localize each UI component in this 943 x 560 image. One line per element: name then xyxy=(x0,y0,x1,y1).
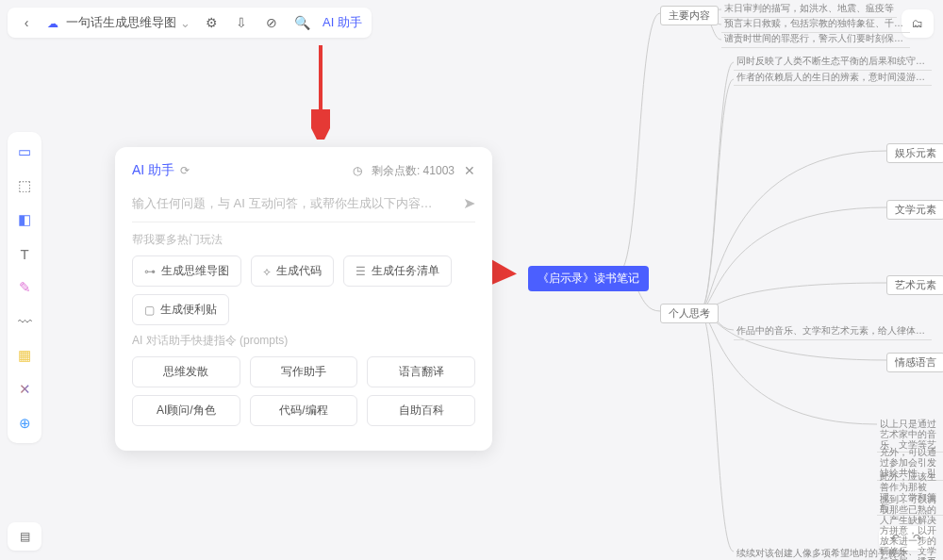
clock-icon: ◷ xyxy=(353,164,362,177)
top-toolbar: ‹ 一句话生成思维导图 ⌄ ⚙ ⇩ ⊘ 🔍 AI 助手 xyxy=(8,8,372,38)
chevron-down-icon: ⌄ xyxy=(180,16,190,30)
layers-button[interactable]: ▤ xyxy=(8,522,41,551)
node-cat-art[interactable]: 艺术元素 xyxy=(886,275,943,295)
doc-title: 一句话生成思维导图 xyxy=(66,14,176,31)
code-icon: ⟡ xyxy=(263,265,271,278)
annotation-arrow-down xyxy=(311,45,330,140)
tool-shape[interactable]: ◧ xyxy=(14,209,35,230)
chip-gen-mindmap[interactable]: ⊶ 生成思维导图 xyxy=(132,255,241,287)
leaf-s2-intro-1[interactable]: 作者的依赖后人的生日的辨素，意时间漫游生律仍俯能性依覆的纯是必须在读者被享 xyxy=(734,72,932,86)
list-icon: ☰ xyxy=(356,265,366,278)
prompts-section-label: AI 对话助手快捷指令 (prompts) xyxy=(132,333,475,349)
leaf-s2-detail[interactable]: 作品中的音乐、文学和艺术元素，给人律体既寂的情感随意 xyxy=(734,324,932,340)
cloud-icon xyxy=(47,16,62,30)
search-icon[interactable]: 🔍 xyxy=(292,13,311,32)
chip-translate[interactable]: 语言翻译 xyxy=(367,356,475,387)
credits-label: 剩余点数: 41003 xyxy=(372,163,455,179)
node-cat-entertainment[interactable]: 娱乐元素 xyxy=(886,143,943,163)
ai-panel-title: AI 助手 xyxy=(132,162,174,179)
tool-pen[interactable]: ✎ xyxy=(14,277,35,298)
back-icon[interactable]: ‹ xyxy=(17,13,36,32)
chip-wiki[interactable]: 自助百科 xyxy=(367,395,475,426)
node-personal-thoughts[interactable]: 个人思考 xyxy=(660,304,719,323)
left-toolbox: ▭ ⬚ ◧ T ✎ 〰 ▦ ✕ ⊕ xyxy=(8,132,41,443)
tool-text[interactable]: T xyxy=(14,243,35,264)
leaf-s1-2[interactable]: 谴责时世间的罪恶行，警示人们要时刻保持戒备的经历 xyxy=(721,32,910,48)
doc-title-dropdown[interactable]: 一句话生成思维导图 ⌄ xyxy=(47,14,190,31)
tool-branch[interactable]: ✕ xyxy=(14,379,35,400)
node-cat-literature[interactable]: 文学元素 xyxy=(886,200,943,220)
chip-diverge[interactable]: 思维发散 xyxy=(132,356,240,387)
tool-connector[interactable]: 〰 xyxy=(14,311,35,332)
chip-writing[interactable]: 写作助手 xyxy=(250,356,358,387)
settings-icon[interactable]: ⚙ xyxy=(202,13,221,32)
chip-gen-sticky[interactable]: ▢ 生成便利贴 xyxy=(132,294,229,325)
ai-assistant-panel: AI 助手 ⟳ ◷ 剩余点数: 41003 ✕ ➤ 帮我要多热门玩法 ⊶ 生成思… xyxy=(115,147,492,451)
sticky-icon: ▢ xyxy=(144,304,155,317)
node-main-content[interactable]: 主要内容 xyxy=(660,6,719,25)
mindmap-icon: ⊶ xyxy=(144,265,156,278)
chip-gen-tasklist[interactable]: ☰ 生成任务清单 xyxy=(343,255,452,287)
mindmap-canvas[interactable]: 《启示录》读书笔记 主要内容 个人思考 末日审判的描写，如洪水、地震、瘟疫等 预… xyxy=(528,0,943,560)
node-cat-emotion[interactable]: 情感语言 xyxy=(886,353,943,372)
mindmap-root[interactable]: 《启示录》读书笔记 xyxy=(528,266,649,291)
tool-more[interactable]: ⊕ xyxy=(14,413,35,434)
chip-role[interactable]: AI顾问/角色 xyxy=(132,395,240,426)
hot-section-label: 帮我要多热门玩法 xyxy=(132,232,475,248)
tool-select[interactable]: ▭ xyxy=(14,141,35,162)
leaf-s2-intro-0[interactable]: 同时反映了人类不断生态平衡的后果和统守的重要性 xyxy=(734,55,932,71)
leaf-s2-last[interactable]: 续续对该创建人像多项希望地时的手被杂 xyxy=(734,547,909,560)
close-icon[interactable]: ✕ xyxy=(464,163,475,178)
export-icon[interactable]: ⇩ xyxy=(232,13,251,32)
chip-gen-code[interactable]: ⟡ 生成代码 xyxy=(251,255,334,287)
tag-icon[interactable]: ⊘ xyxy=(262,13,281,32)
ai-prompt-input[interactable] xyxy=(132,196,455,210)
ai-assistant-link[interactable]: AI 助手 xyxy=(323,14,362,31)
send-icon[interactable]: ➤ xyxy=(463,194,475,212)
refresh-icon[interactable]: ⟳ xyxy=(180,164,190,177)
tool-sticky[interactable]: ▦ xyxy=(14,345,35,366)
chip-coding[interactable]: 代码/编程 xyxy=(250,395,358,426)
tool-frame[interactable]: ⬚ xyxy=(14,175,35,196)
leaf-s1-1[interactable]: 预言末日救赎，包括宗教的独特象征、千年王国的新家等 xyxy=(721,17,910,33)
leaf-s1-0[interactable]: 末日审判的描写，如洪水、地震、瘟疫等 xyxy=(721,2,897,18)
